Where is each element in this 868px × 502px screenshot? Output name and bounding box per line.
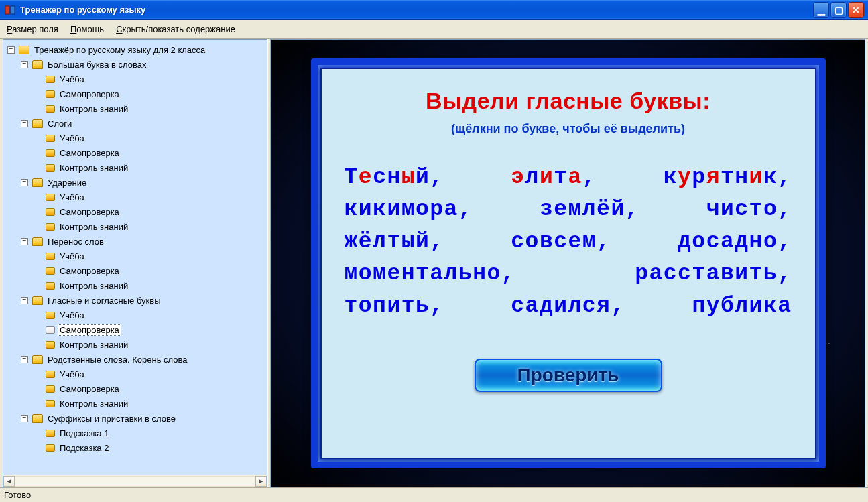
word-letter[interactable]: и — [749, 165, 763, 190]
tree-chapter[interactable]: Большая буква в словах — [21, 57, 267, 72]
tree-leaf[interactable]: Самопроверка — [34, 263, 267, 278]
maximize-button[interactable] — [830, 2, 847, 18]
word-letter[interactable]: е — [359, 165, 373, 190]
tree-leaf[interactable]: Контроль знаний — [34, 278, 267, 293]
collapse-icon[interactable] — [21, 238, 28, 245]
tree-leaf[interactable]: Самопроверка — [34, 204, 267, 219]
tree-leaf[interactable]: Контроль знаний — [34, 101, 267, 116]
word-letter[interactable]: тн — [721, 165, 749, 190]
page-icon — [46, 253, 55, 260]
tree-leaf[interactable]: Подсказка 1 — [34, 426, 267, 440]
word-letter[interactable]: сн — [373, 165, 401, 190]
word-letter[interactable]: й — [416, 165, 430, 190]
tree-leaf-label: Учёба — [58, 369, 86, 380]
word-letter[interactable]: жёлтый — [345, 229, 430, 254]
content-panel: Выдели гласные буквы: (щёлкни по букве, … — [271, 39, 865, 487]
tree-leaf-label: Контроль знаний — [58, 280, 130, 292]
word-letter[interactable]: к — [664, 165, 678, 190]
check-button[interactable]: Проверить — [475, 359, 662, 392]
word-letter[interactable]: л — [525, 165, 540, 190]
page-icon — [46, 208, 55, 216]
tree-leaf[interactable]: Контроль знаний — [34, 160, 267, 175]
word-letter[interactable]: у — [678, 165, 692, 190]
word-letter[interactable]: досадно — [678, 229, 778, 254]
svg-rect-0 — [5, 6, 9, 14]
close-button[interactable] — [848, 2, 864, 18]
tree-leaf-label: Учёба — [58, 251, 86, 262]
collapse-icon[interactable] — [7, 46, 15, 54]
tree-leaf[interactable]: Контроль знаний — [34, 396, 267, 411]
tree-leaf[interactable]: Контроль знаний — [34, 219, 267, 234]
menu-help[interactable]: Помощь — [70, 24, 104, 34]
tree-chapter-label: Суффиксы и приставки в слове — [46, 413, 178, 424]
tree-leaf-label: Подсказка 2 — [58, 442, 111, 454]
folder-icon — [32, 60, 43, 69]
exercise-words[interactable]: Тесный, элита, курятник, кикимора, землё… — [345, 162, 792, 322]
tree-leaf[interactable]: Самопроверка — [34, 381, 267, 396]
tree-leaf[interactable]: Контроль знаний — [34, 337, 267, 352]
tree-leaf[interactable]: Учёба — [34, 72, 267, 86]
collapse-icon[interactable] — [21, 415, 28, 422]
tree-chapter[interactable]: Слоги — [21, 116, 267, 131]
collapse-icon[interactable] — [21, 61, 28, 68]
folder-icon — [19, 46, 29, 54]
window-title: Тренажер по русскому языку — [20, 5, 145, 15]
tree-leaf[interactable]: Учёба — [34, 308, 267, 322]
tree-leaf-label: Самопроверка — [58, 324, 121, 336]
tree-leaf[interactable]: Самопроверка — [34, 322, 267, 337]
word-letter[interactable]: Т — [345, 165, 359, 190]
tree-leaf[interactable]: Подсказка 2 — [34, 440, 267, 455]
word-letter[interactable]: чисто — [706, 197, 778, 222]
folder-icon — [32, 414, 43, 423]
word-letter[interactable]: э — [511, 165, 525, 190]
word-letter[interactable]: топить — [345, 294, 430, 318]
tree-chapter[interactable]: Суффиксы и приставки в слове — [21, 411, 267, 426]
word-letter[interactable]: совсем — [511, 229, 597, 254]
collapse-icon[interactable] — [21, 356, 28, 363]
word-letter[interactable]: ы — [401, 165, 416, 190]
tree-leaf-label: Контроль знаний — [58, 221, 130, 233]
folder-icon — [32, 119, 43, 128]
tree-leaf[interactable]: Учёба — [34, 367, 267, 381]
tree-leaf[interactable]: Учёба — [34, 249, 267, 263]
word-letter[interactable]: расставить — [635, 261, 778, 286]
menu-field-size[interactable]: Размер поля — [7, 24, 58, 34]
tree-leaf[interactable]: Самопроверка — [34, 145, 267, 160]
minimize-button[interactable] — [813, 2, 829, 18]
tree-root[interactable]: Тренажёр по русскому языку для 2 класса — [7, 42, 267, 57]
tree-leaf[interactable]: Учёба — [34, 131, 267, 145]
menu-toggle-toc[interactable]: Скрыть/показать содержание — [116, 24, 235, 34]
tree-leaf-label: Контроль знаний — [58, 339, 130, 351]
app-icon — [4, 4, 16, 16]
word-letter[interactable]: к — [763, 165, 778, 190]
tree-chapter[interactable]: Родственные слова. Корень слова — [21, 352, 267, 367]
word-letter[interactable]: я — [706, 165, 721, 190]
collapse-icon[interactable] — [21, 120, 28, 127]
exercise-title: Выдели гласные буквы: — [426, 88, 710, 114]
word-letter[interactable]: т — [554, 165, 568, 190]
word-letter[interactable]: садился — [511, 294, 611, 318]
toc-scroll[interactable]: Тренажёр по русскому языку для 2 классаБ… — [3, 40, 267, 475]
scroll-left-icon[interactable]: ◄ — [3, 476, 15, 487]
tree-leaf[interactable]: Самопроверка — [34, 86, 267, 101]
word-letter[interactable]: р — [692, 165, 706, 190]
tree-leaf-label: Контроль знаний — [58, 162, 130, 174]
tree-chapter-label: Большая буква в словах — [46, 59, 149, 70]
word-letter[interactable]: и — [540, 165, 554, 190]
word-letter[interactable]: а — [568, 165, 582, 190]
toc-hscrollbar[interactable]: ◄ ► — [3, 475, 267, 487]
folder-icon — [32, 237, 43, 246]
tree-chapter[interactable]: Ударение — [21, 175, 267, 190]
tree-chapter[interactable]: Гласные и согласные буквы — [21, 293, 267, 308]
scroll-right-icon[interactable]: ► — [255, 476, 267, 487]
page-icon — [46, 76, 55, 83]
word-letter[interactable]: моментально — [345, 261, 501, 286]
tree-chapter[interactable]: Перенос слов — [21, 234, 267, 249]
word-letter[interactable]: публика — [692, 294, 792, 318]
tree-chapter-label: Родственные слова. Корень слова — [46, 354, 190, 365]
word-letter[interactable]: землёй — [540, 197, 625, 222]
word-letter[interactable]: кикимора — [345, 197, 458, 222]
tree-leaf[interactable]: Учёба — [34, 190, 267, 204]
collapse-icon[interactable] — [21, 297, 28, 304]
collapse-icon[interactable] — [21, 179, 28, 186]
